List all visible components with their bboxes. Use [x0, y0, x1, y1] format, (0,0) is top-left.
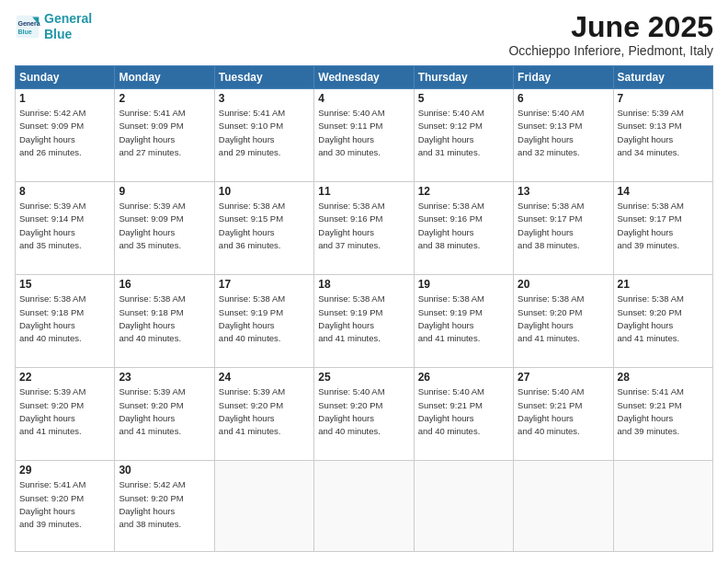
page: General Blue General Blue June 2025 Occh…	[0, 0, 728, 563]
day-number: 28	[618, 371, 709, 384]
calendar-week-row: 1 Sunrise: 5:42 AM Sunset: 9:09 PM Dayli…	[16, 89, 713, 182]
calendar-day-cell: 1 Sunrise: 5:42 AM Sunset: 9:09 PM Dayli…	[16, 89, 115, 182]
day-number: 27	[518, 371, 609, 384]
day-number: 17	[219, 278, 310, 291]
day-info: Sunrise: 5:40 AM Sunset: 9:20 PM Dayligh…	[318, 385, 409, 438]
calendar-day-cell: 8 Sunrise: 5:39 AM Sunset: 9:14 PM Dayli…	[16, 182, 115, 275]
calendar-header-row: Sunday Monday Tuesday Wednesday Thursday…	[16, 66, 713, 89]
calendar-day-cell	[214, 461, 313, 552]
day-info: Sunrise: 5:39 AM Sunset: 9:13 PM Dayligh…	[618, 107, 709, 159]
calendar-day-cell: 10 Sunrise: 5:38 AM Sunset: 9:15 PM Dayl…	[214, 182, 313, 275]
day-number: 10	[219, 185, 310, 198]
col-saturday: Saturday	[613, 66, 712, 89]
calendar-day-cell: 11 Sunrise: 5:38 AM Sunset: 9:16 PM Dayl…	[314, 182, 414, 275]
calendar-day-cell: 13 Sunrise: 5:38 AM Sunset: 9:17 PM Dayl…	[514, 182, 613, 275]
calendar-day-cell: 21 Sunrise: 5:38 AM Sunset: 9:20 PM Dayl…	[613, 275, 712, 368]
day-number: 24	[219, 371, 310, 384]
calendar-day-cell: 30 Sunrise: 5:42 AM Sunset: 9:20 PM Dayl…	[115, 461, 214, 552]
day-info: Sunrise: 5:40 AM Sunset: 9:12 PM Dayligh…	[418, 107, 509, 159]
day-info: Sunrise: 5:42 AM Sunset: 9:20 PM Dayligh…	[119, 478, 210, 531]
calendar-day-cell: 2 Sunrise: 5:41 AM Sunset: 9:09 PM Dayli…	[115, 89, 214, 182]
day-number: 3	[219, 92, 310, 105]
calendar-day-cell	[613, 461, 712, 552]
day-info: Sunrise: 5:38 AM Sunset: 9:16 PM Dayligh…	[418, 200, 509, 252]
col-tuesday: Tuesday	[214, 66, 313, 89]
calendar-table: Sunday Monday Tuesday Wednesday Thursday…	[15, 65, 713, 552]
day-number: 21	[618, 278, 709, 291]
calendar-day-cell: 14 Sunrise: 5:38 AM Sunset: 9:17 PM Dayl…	[613, 182, 712, 275]
day-info: Sunrise: 5:38 AM Sunset: 9:18 PM Dayligh…	[19, 293, 110, 345]
day-info: Sunrise: 5:40 AM Sunset: 9:11 PM Dayligh…	[318, 107, 409, 159]
day-info: Sunrise: 5:41 AM Sunset: 9:09 PM Dayligh…	[119, 107, 210, 159]
calendar-day-cell: 6 Sunrise: 5:40 AM Sunset: 9:13 PM Dayli…	[514, 89, 613, 182]
col-monday: Monday	[115, 66, 214, 89]
col-thursday: Thursday	[414, 66, 513, 89]
day-info: Sunrise: 5:38 AM Sunset: 9:20 PM Dayligh…	[518, 293, 609, 345]
day-number: 30	[119, 464, 210, 477]
calendar-day-cell: 5 Sunrise: 5:40 AM Sunset: 9:12 PM Dayli…	[414, 89, 513, 182]
day-number: 14	[618, 185, 709, 198]
day-info: Sunrise: 5:39 AM Sunset: 9:20 PM Dayligh…	[19, 385, 110, 438]
calendar-day-cell: 26 Sunrise: 5:40 AM Sunset: 9:21 PM Dayl…	[414, 368, 513, 461]
day-number: 29	[19, 464, 110, 477]
day-number: 1	[19, 92, 110, 105]
day-number: 18	[318, 278, 409, 291]
day-info: Sunrise: 5:40 AM Sunset: 9:21 PM Dayligh…	[518, 385, 609, 438]
day-number: 22	[19, 371, 110, 384]
day-number: 4	[318, 92, 409, 105]
calendar-day-cell: 27 Sunrise: 5:40 AM Sunset: 9:21 PM Dayl…	[514, 368, 613, 461]
calendar-week-row: 15 Sunrise: 5:38 AM Sunset: 9:18 PM Dayl…	[16, 275, 713, 368]
logo: General Blue General Blue	[15, 11, 92, 42]
day-info: Sunrise: 5:41 AM Sunset: 9:21 PM Dayligh…	[618, 385, 709, 438]
calendar-day-cell: 23 Sunrise: 5:39 AM Sunset: 9:20 PM Dayl…	[115, 368, 214, 461]
day-number: 13	[518, 185, 609, 198]
day-info: Sunrise: 5:41 AM Sunset: 9:20 PM Dayligh…	[19, 478, 110, 531]
calendar-day-cell: 25 Sunrise: 5:40 AM Sunset: 9:20 PM Dayl…	[314, 368, 414, 461]
day-number: 23	[119, 371, 210, 384]
day-info: Sunrise: 5:42 AM Sunset: 9:09 PM Dayligh…	[19, 107, 110, 159]
day-number: 7	[618, 92, 709, 105]
day-number: 16	[119, 278, 210, 291]
day-number: 25	[318, 371, 409, 384]
calendar-day-cell: 4 Sunrise: 5:40 AM Sunset: 9:11 PM Dayli…	[314, 89, 414, 182]
col-sunday: Sunday	[16, 66, 115, 89]
calendar-day-cell: 9 Sunrise: 5:39 AM Sunset: 9:09 PM Dayli…	[115, 182, 214, 275]
day-info: Sunrise: 5:38 AM Sunset: 9:15 PM Dayligh…	[219, 200, 310, 252]
day-number: 15	[19, 278, 110, 291]
day-number: 8	[19, 185, 110, 198]
calendar-day-cell: 3 Sunrise: 5:41 AM Sunset: 9:10 PM Dayli…	[214, 89, 313, 182]
day-info: Sunrise: 5:38 AM Sunset: 9:16 PM Dayligh…	[318, 200, 409, 252]
day-info: Sunrise: 5:38 AM Sunset: 9:18 PM Dayligh…	[119, 293, 210, 345]
calendar-week-row: 8 Sunrise: 5:39 AM Sunset: 9:14 PM Dayli…	[16, 182, 713, 275]
day-info: Sunrise: 5:39 AM Sunset: 9:14 PM Dayligh…	[19, 200, 110, 252]
logo-text: General Blue	[44, 11, 92, 42]
calendar-day-cell: 12 Sunrise: 5:38 AM Sunset: 9:16 PM Dayl…	[414, 182, 513, 275]
day-info: Sunrise: 5:40 AM Sunset: 9:13 PM Dayligh…	[518, 107, 609, 159]
day-info: Sunrise: 5:38 AM Sunset: 9:17 PM Dayligh…	[518, 200, 609, 252]
day-info: Sunrise: 5:38 AM Sunset: 9:20 PM Dayligh…	[618, 293, 709, 345]
day-info: Sunrise: 5:41 AM Sunset: 9:10 PM Dayligh…	[219, 107, 310, 159]
calendar-week-row: 29 Sunrise: 5:41 AM Sunset: 9:20 PM Dayl…	[16, 461, 713, 552]
title-area: June 2025 Occhieppo Inferiore, Piedmont,…	[508, 11, 713, 58]
calendar-day-cell: 18 Sunrise: 5:38 AM Sunset: 9:19 PM Dayl…	[314, 275, 414, 368]
calendar-day-cell	[514, 461, 613, 552]
location: Occhieppo Inferiore, Piedmont, Italy	[508, 43, 713, 58]
month-title: June 2025	[508, 11, 713, 43]
day-number: 20	[518, 278, 609, 291]
calendar-day-cell: 17 Sunrise: 5:38 AM Sunset: 9:19 PM Dayl…	[214, 275, 313, 368]
day-number: 11	[318, 185, 409, 198]
calendar-day-cell: 7 Sunrise: 5:39 AM Sunset: 9:13 PM Dayli…	[613, 89, 712, 182]
day-info: Sunrise: 5:38 AM Sunset: 9:19 PM Dayligh…	[418, 293, 509, 345]
calendar-day-cell: 29 Sunrise: 5:41 AM Sunset: 9:20 PM Dayl…	[16, 461, 115, 552]
day-info: Sunrise: 5:38 AM Sunset: 9:19 PM Dayligh…	[219, 293, 310, 345]
day-number: 2	[119, 92, 210, 105]
logo-icon: General Blue	[15, 14, 40, 40]
day-info: Sunrise: 5:39 AM Sunset: 9:09 PM Dayligh…	[119, 200, 210, 252]
day-number: 26	[418, 371, 509, 384]
calendar-week-row: 22 Sunrise: 5:39 AM Sunset: 9:20 PM Dayl…	[16, 368, 713, 461]
day-number: 9	[119, 185, 210, 198]
day-info: Sunrise: 5:38 AM Sunset: 9:17 PM Dayligh…	[618, 200, 709, 252]
calendar-day-cell: 28 Sunrise: 5:41 AM Sunset: 9:21 PM Dayl…	[613, 368, 712, 461]
day-number: 19	[418, 278, 509, 291]
day-info: Sunrise: 5:39 AM Sunset: 9:20 PM Dayligh…	[219, 385, 310, 438]
